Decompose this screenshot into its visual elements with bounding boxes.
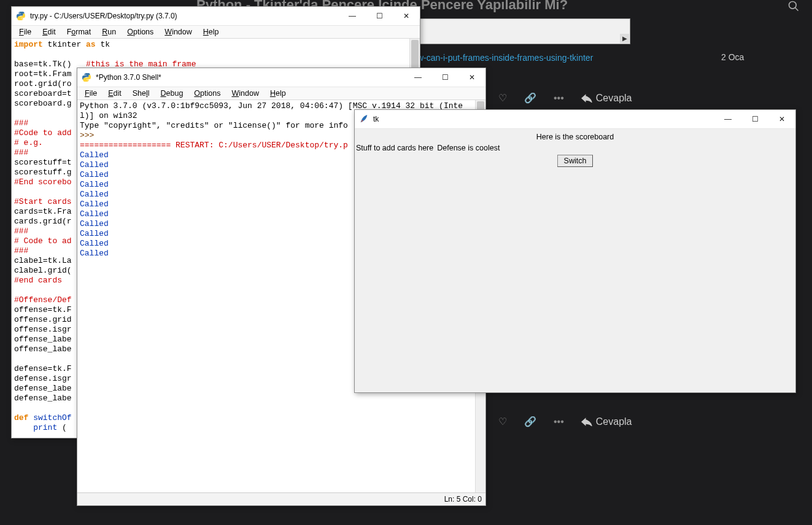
menu-run[interactable]: Run	[97, 27, 121, 37]
minimize-button[interactable]: —	[339, 7, 366, 25]
scroll-right-icon[interactable]: ▶	[620, 34, 629, 43]
scoreboard-label: Here is the scoreboard	[355, 133, 795, 141]
minimize-button[interactable]: —	[714, 110, 741, 128]
maximize-button[interactable]: ☐	[366, 7, 393, 25]
tk-client-area: Here is the scoreboard Stuff to add card…	[355, 129, 795, 392]
menu-debug[interactable]: Debug	[156, 88, 188, 98]
like-icon[interactable]: ♡	[498, 416, 507, 427]
editor-title: try.py - C:/Users/USER/Desktop/try.py (3…	[30, 12, 339, 20]
like-icon[interactable]: ♡	[498, 92, 507, 104]
tk-titlebar[interactable]: tk — ☐ ✕	[355, 110, 795, 129]
tk-title: tk	[373, 115, 714, 123]
reply-button[interactable]: Cevapla	[581, 416, 632, 427]
forum-post-date: 2 Oca	[721, 52, 744, 62]
menu-edit[interactable]: Edit	[37, 27, 61, 37]
maximize-button[interactable]: ☐	[431, 68, 458, 87]
menu-file[interactable]: File	[14, 27, 36, 37]
reply-label: Cevapla	[596, 416, 632, 427]
link-icon[interactable]: 🔗	[524, 416, 536, 427]
search-icon[interactable]	[787, 0, 800, 15]
close-button[interactable]: ✕	[393, 7, 420, 25]
link-icon[interactable]: 🔗	[524, 92, 536, 104]
shell-titlebar[interactable]: *Python 3.7.0 Shell* — ☐ ✕	[77, 68, 485, 87]
defense-label: Defense is coolest	[437, 144, 500, 152]
menu-format[interactable]: Format	[62, 27, 96, 37]
menu-window[interactable]: Window	[160, 27, 196, 37]
more-icon[interactable]: •••	[554, 93, 564, 104]
post-actions-2: ♡ 🔗 ••• Cevapla	[498, 416, 632, 427]
post-actions-1: ♡ 🔗 ••• Cevapla	[498, 92, 632, 104]
menu-options[interactable]: Options	[189, 88, 225, 98]
close-button[interactable]: ✕	[768, 110, 795, 128]
cards-label: Stuff to add cards here	[356, 144, 433, 152]
menu-help[interactable]: Help	[198, 27, 224, 37]
maximize-button[interactable]: ☐	[741, 110, 768, 128]
python-icon	[81, 72, 92, 83]
minimize-button[interactable]: —	[404, 68, 431, 87]
embedded-scrollbar[interactable]: ▶	[417, 18, 630, 44]
menu-window[interactable]: Window	[226, 88, 263, 98]
tk-app-window: tk — ☐ ✕ Here is the scoreboard Stuff to…	[354, 109, 796, 393]
menu-options[interactable]: Options	[122, 27, 158, 37]
menu-help[interactable]: Help	[265, 88, 291, 98]
forum-hyperlink[interactable]: w-can-i-put-frames-inside-frames-using-t…	[417, 53, 593, 63]
more-icon[interactable]: •••	[554, 416, 564, 427]
close-button[interactable]: ✕	[458, 68, 485, 87]
shell-statusbar: Ln: 5 Col: 0	[77, 492, 485, 505]
switch-button[interactable]: Switch	[557, 155, 594, 167]
editor-titlebar[interactable]: try.py - C:/Users/USER/Desktop/try.py (3…	[12, 7, 420, 26]
shell-menubar[interactable]: File Edit Shell Debug Options Window Hel…	[77, 87, 485, 100]
editor-menubar[interactable]: File Edit Format Run Options Window Help	[12, 26, 420, 39]
reply-button[interactable]: Cevapla	[581, 93, 632, 104]
svg-line-1	[795, 8, 798, 11]
menu-file[interactable]: File	[80, 88, 102, 98]
menu-shell[interactable]: Shell	[128, 88, 155, 98]
svg-point-0	[789, 2, 797, 9]
python-icon	[15, 10, 26, 21]
menu-edit[interactable]: Edit	[103, 88, 126, 98]
shell-title: *Python 3.7.0 Shell*	[96, 73, 404, 82]
reply-label: Cevapla	[596, 93, 632, 104]
cursor-position: Ln: 5 Col: 0	[444, 495, 482, 504]
tk-feather-icon	[358, 114, 369, 125]
